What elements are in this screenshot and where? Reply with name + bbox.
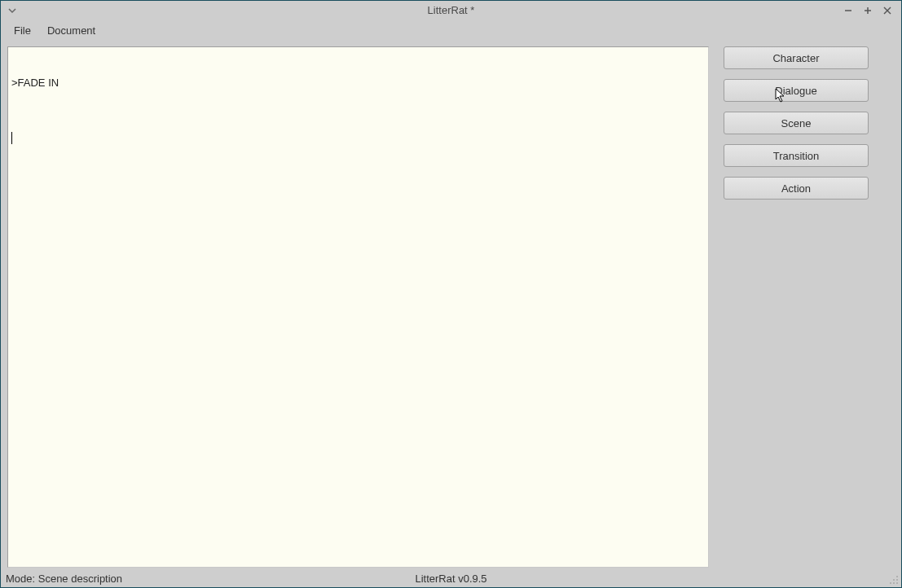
statusbar: Mode: Scene description LitterRat v0.9.5: [1, 569, 901, 587]
svg-point-5: [896, 576, 898, 577]
status-mode: Mode: Scene description: [6, 573, 122, 585]
editor-wrap: >FADE IN: [7, 46, 709, 568]
script-editor[interactable]: >FADE IN: [7, 46, 709, 568]
svg-point-10: [896, 582, 898, 584]
editor-line: >FADE IN: [11, 77, 705, 90]
menu-document[interactable]: Document: [39, 21, 103, 40]
titlebar: LitterRat *: [1, 1, 901, 20]
scene-button[interactable]: Scene: [724, 112, 869, 134]
close-button[interactable]: [880, 3, 895, 18]
menubar: File Document: [1, 20, 901, 42]
resize-grip[interactable]: [888, 574, 900, 586]
app-window: LitterRat * File Document >FADE IN Chara…: [0, 0, 902, 588]
svg-point-9: [893, 582, 895, 584]
editor-caret-line: [11, 132, 705, 145]
window-title: LitterRat *: [1, 4, 901, 16]
main-area: >FADE IN Character Dialogue Scene Transi…: [1, 42, 901, 569]
side-panel: Character Dialogue Scene Transition Acti…: [724, 46, 895, 568]
window-menu-button[interactable]: [5, 3, 20, 18]
action-button[interactable]: Action: [724, 177, 869, 200]
menu-file[interactable]: File: [6, 21, 39, 40]
transition-button[interactable]: Transition: [724, 144, 869, 167]
dialogue-button[interactable]: Dialogue: [724, 79, 869, 102]
svg-point-8: [890, 582, 891, 584]
minimize-button[interactable]: [841, 3, 856, 18]
character-button[interactable]: Character: [724, 46, 869, 69]
svg-point-7: [896, 579, 898, 581]
text-caret: [11, 132, 12, 144]
svg-point-6: [893, 579, 895, 581]
status-version: LitterRat v0.9.5: [1, 573, 901, 585]
maximize-button[interactable]: [860, 3, 875, 18]
